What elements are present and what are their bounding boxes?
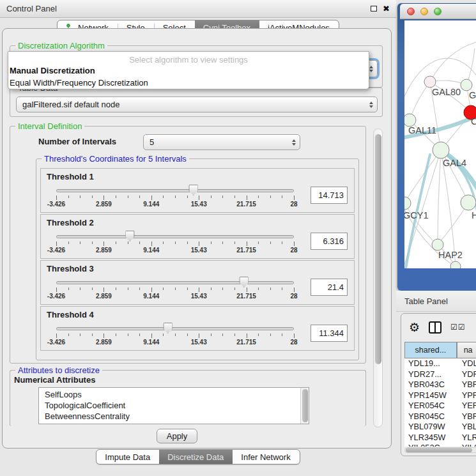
list-item-topologicalcoefficient[interactable]: TopologicalCoefficient (39, 400, 309, 411)
tab-impute-data[interactable]: Impute Data (96, 450, 159, 464)
scale-label: -3.426 (47, 339, 65, 346)
threshold-value-field[interactable]: 14.713 (311, 187, 348, 204)
table-row[interactable]: YLR345WYLR3 (404, 433, 476, 443)
tick-mark (56, 334, 57, 338)
tab-infer-network[interactable]: Infer Network (233, 450, 299, 464)
threshold-slider[interactable]: -3.4262.8599.14415.4321.71528 (56, 319, 294, 346)
network-canvas[interactable]: GAL80GACGAL11GAL4GCY1HHAP2 (404, 20, 476, 268)
table-row[interactable]: YDL19...YDL1 (404, 358, 476, 369)
column-header-na[interactable]: na (457, 342, 476, 358)
slider-thumb[interactable] (163, 323, 173, 334)
tab-discretize-data[interactable]: Discretize Data (159, 450, 233, 464)
combo-stepper-icon[interactable] (292, 139, 296, 146)
list-item-selfloops[interactable]: SelfLoops (39, 389, 309, 400)
table-panel: ⚙ ☑☑ shared...na YDL19...YDL1YDR27...YDR… (401, 313, 476, 456)
table-row[interactable]: YBL079WYBL0 (404, 422, 476, 433)
network-window-titlebar[interactable] (400, 4, 476, 19)
table-hscrollbar[interactable] (404, 447, 476, 453)
tick-mark (211, 242, 211, 244)
threshold-card: Threshold 2-3.4262.8599.14415.4321.71528… (40, 214, 355, 259)
tick-mark (211, 288, 211, 290)
network-node-gcy1[interactable] (404, 197, 411, 210)
threshold-card: Threshold 4-3.4262.8599.14415.4321.71528… (40, 306, 355, 351)
scale-label: 28 (290, 339, 297, 346)
dropdown-item-manual-discretization[interactable]: Manual Discretization (8, 65, 369, 77)
slider-ticks (56, 334, 294, 339)
tick-mark (234, 288, 235, 290)
combo-stepper-icon[interactable] (369, 102, 373, 108)
threshold-value-field[interactable]: 6.316 (311, 233, 348, 250)
minimize-traffic-light-icon[interactable] (420, 8, 428, 15)
column-header-shared[interactable]: shared... (404, 342, 457, 358)
numerical-attributes-list[interactable]: SelfLoopsTopologicalCoefficientBetweenne… (38, 387, 309, 424)
node-label: HAP2 (438, 250, 463, 260)
tick-mark (199, 288, 199, 292)
tick-mark (80, 242, 81, 244)
select-columns-checkboxes-icon[interactable]: ☑☑ (450, 323, 466, 331)
list-scrollbar[interactable] (300, 388, 309, 424)
table-panel-header: Table Panel (396, 291, 476, 312)
number-of-intervals-combobox[interactable]: 5 (143, 134, 300, 150)
scale-label: 15.43 (191, 201, 207, 208)
network-node-hap2[interactable] (432, 239, 443, 250)
tick-mark (282, 242, 282, 244)
tick-mark (175, 288, 176, 290)
tick-mark (116, 288, 116, 290)
table-row[interactable]: YBR043CYBR0 (404, 380, 476, 390)
network-node-gal4[interactable] (433, 142, 449, 158)
tick-mark (163, 242, 164, 244)
threshold-slider[interactable]: -3.4262.8599.14415.4321.71528 (56, 181, 294, 208)
table-row[interactable]: YER054CYER0 (404, 401, 476, 411)
close-icon[interactable]: ✖ (383, 4, 390, 13)
scrollbar-thumb[interactable] (375, 134, 381, 364)
tick-mark (199, 334, 199, 338)
threshold-value-field[interactable]: 11.344 (311, 325, 348, 342)
slider-ticks (56, 242, 294, 247)
scale-label: 21.715 (236, 293, 256, 300)
columns-icon[interactable] (429, 321, 441, 334)
slider-track[interactable] (56, 189, 294, 192)
table-row[interactable]: YPR145WYPR1 (404, 390, 476, 401)
tick-mark (92, 196, 93, 198)
tick-mark (222, 242, 223, 244)
float-window-icon[interactable] (371, 6, 377, 12)
threshold-slider[interactable]: -3.4262.8599.14415.4321.71528 (56, 227, 294, 254)
slider-thumb[interactable] (188, 185, 198, 196)
tick-mark (199, 242, 199, 246)
dropdown-item-equal-width-frequency-discretization[interactable]: Equal Width/Frequency Discretization (8, 77, 369, 89)
combo-stepper-icon[interactable] (369, 66, 373, 72)
table-cell: YIL0 (457, 443, 476, 447)
slider-track[interactable] (56, 327, 294, 330)
threshold-slider[interactable]: -3.4262.8599.14415.4321.71528 (56, 273, 294, 300)
table-row[interactable]: YDR27...YDR2 (404, 369, 476, 380)
gear-icon[interactable]: ⚙ (409, 321, 420, 334)
network-node-ga[interactable] (461, 79, 472, 91)
zoom-traffic-light-icon[interactable] (434, 8, 441, 15)
table-row[interactable]: YIL052CYIL0 (404, 443, 476, 447)
table-cell: YBL0 (457, 422, 476, 433)
tick-mark (163, 196, 164, 198)
slider-track[interactable] (56, 281, 294, 284)
network-node-gal80[interactable] (424, 76, 436, 88)
panel-scrollbar[interactable] (373, 128, 383, 427)
tick-mark (68, 334, 69, 336)
threshold-value-field[interactable]: 21.4 (311, 279, 348, 296)
threshold-label: Threshold 1 (47, 172, 354, 181)
scrollbar-thumb[interactable] (406, 448, 472, 452)
table-data-value: galFiltered.sif default node (22, 100, 119, 109)
table-row[interactable]: YBR045CYBR0 (404, 411, 476, 422)
slider-thumb[interactable] (239, 277, 249, 288)
network-edge (404, 150, 441, 203)
network-node-h[interactable] (461, 195, 476, 210)
slider-thumb[interactable] (125, 231, 135, 242)
scale-label: 15.43 (191, 339, 207, 346)
table-data-combobox[interactable]: galFiltered.sif default node (16, 96, 378, 112)
slider-track[interactable] (56, 235, 294, 238)
list-item-betweennesscentrality[interactable]: BetweennessCentrality (39, 411, 309, 422)
tab-label: Discretize Data (167, 452, 224, 462)
close-traffic-light-icon[interactable] (407, 8, 415, 15)
network-node-unlabeled[interactable] (450, 261, 461, 268)
apply-button[interactable]: Apply (157, 429, 197, 443)
interval-definition-group: Interval Definition Number of Intervals … (10, 126, 366, 364)
network-node-gal11[interactable] (404, 114, 416, 127)
